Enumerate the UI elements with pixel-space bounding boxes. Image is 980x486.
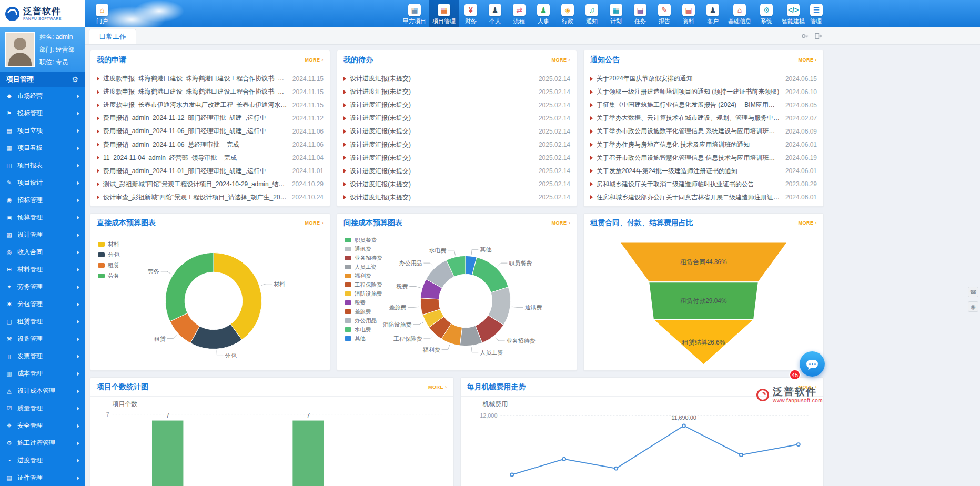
- legend-item[interactable]: 办公用品: [345, 316, 382, 325]
- notification-badge[interactable]: 45: [789, 369, 801, 380]
- legend-item[interactable]: 福利费: [345, 271, 382, 280]
- topnav-item[interactable]: ▤ 资料: [676, 0, 701, 27]
- legend-item[interactable]: 劳务: [98, 270, 119, 281]
- legend-item[interactable]: 差旅费: [345, 307, 382, 316]
- list-item[interactable]: 费用报销_admin_2024-11-12_部门经理审批_胡建_,运行中 202…: [97, 112, 324, 125]
- legend-item[interactable]: 税费: [345, 298, 382, 307]
- gear-icon[interactable]: ⚙: [72, 75, 78, 84]
- topnav-item[interactable]: ▤ 任务: [628, 0, 652, 27]
- list-item[interactable]: 进度款申报_长春市伊通河水力发电厂改建工程_长春市伊通河水力发电... 2024…: [97, 98, 324, 112]
- topnav-item-portal[interactable]: ⌂ 门户: [90, 0, 114, 27]
- topnav-item[interactable]: ⌂ 基础信息: [725, 0, 754, 27]
- legend-item[interactable]: 工程保险费: [345, 280, 382, 289]
- list-item[interactable]: 关于领取一级注册建造师培训项目的通知 (须持一建证书前来领取) 2024.06.…: [590, 85, 817, 98]
- topnav-item[interactable]: </> 智能建模: [779, 0, 808, 27]
- topnav-item[interactable]: ✎ 报告: [652, 0, 676, 27]
- more-button[interactable]: MORE›: [305, 57, 324, 63]
- key-icon[interactable]: [801, 32, 809, 40]
- sidebar-menu-item[interactable]: ▦ 项目看板: [0, 139, 85, 157]
- sidebar-menu-item[interactable]: ▢ 租赁管理: [0, 313, 85, 330]
- topnav-item[interactable]: ♟ 人事: [531, 0, 555, 27]
- topnav-item[interactable]: ¥ 财务: [459, 0, 483, 27]
- topnav-item[interactable]: ▦ 甲方项目: [400, 0, 429, 27]
- sidebar-menu-item[interactable]: ▨ 设计管理: [0, 226, 85, 244]
- list-item[interactable]: 设计进度汇报(未提交) 2025.02.14: [343, 125, 570, 138]
- legend-item[interactable]: 人员工资: [345, 262, 382, 271]
- legend-item[interactable]: 职员餐费: [345, 236, 382, 245]
- sidebar-menu-item[interactable]: ◬ 设计成本管理: [0, 382, 85, 400]
- legend-item[interactable]: 其他: [345, 334, 382, 343]
- topnav-item[interactable]: ▦ 项目管理: [429, 0, 459, 27]
- topnav-item[interactable]: ♫ 通知: [580, 0, 604, 27]
- topnav-item[interactable]: ♟ 个人: [483, 0, 507, 27]
- sidebar-menu-item[interactable]: ❖ 安全管理: [0, 417, 85, 434]
- legend-item[interactable]: 分包: [98, 249, 119, 260]
- sidebar-menu-item[interactable]: ▯ 发票管理: [0, 348, 85, 365]
- list-item[interactable]: 设计进度汇报(未提交) 2025.02.14: [343, 138, 570, 151]
- fullscreen-exit-icon[interactable]: [814, 32, 822, 40]
- sidebar-menu-item[interactable]: ⊞ 材料管理: [0, 261, 85, 278]
- list-item[interactable]: 设计进度汇报(未提交) 2025.02.14: [343, 151, 570, 165]
- sidebar-menu-item[interactable]: ◆ 市场经营: [0, 87, 85, 105]
- topnav-item[interactable]: ⇄ 流程: [507, 0, 531, 27]
- sidebar-menu-item[interactable]: ✎ 项目设计: [0, 174, 85, 191]
- topnav-item[interactable]: ☰ 管理: [808, 0, 824, 27]
- sidebar-menu-item[interactable]: ✦ 劳务管理: [0, 278, 85, 296]
- list-item[interactable]: 关于召开市政公用设施智慧化管理信息 信息技术与应用培训班的通知 2024.06.…: [590, 151, 817, 165]
- list-item[interactable]: 费用报销_admin_2024-11-06_总经理审批__完成 2024.11.…: [97, 138, 324, 151]
- legend-item[interactable]: 业务招待费: [345, 254, 382, 262]
- sidebar-menu-item[interactable]: ◔ 进度管理: [0, 452, 85, 469]
- list-item[interactable]: 关于2024年国庆节放假安排的通知 2024.06.15: [590, 72, 817, 85]
- sidebar-menu-item[interactable]: ⚙ 施工过程管理: [0, 434, 85, 452]
- list-item[interactable]: 关于举办大数据、云计算技术在城市建设、规划、管理与服务中的应用培训班... 20…: [590, 112, 817, 125]
- list-item[interactable]: 关于发放2024年第24批一级建造师注册证书的通知 2024.06.01: [590, 165, 817, 178]
- sidebar-menu-item[interactable]: ◫ 项目报表: [0, 157, 85, 174]
- legend-item[interactable]: 消防设施费: [345, 289, 382, 298]
- list-item[interactable]: 设计进度汇报(未提交) 2025.02.14: [343, 98, 570, 112]
- legend-item[interactable]: 材料: [98, 239, 119, 249]
- sidebar-menu-item[interactable]: ◎ 收入合同: [0, 244, 85, 261]
- list-item[interactable]: 设计进度汇报(未提交) 2025.02.14: [343, 165, 570, 178]
- list-item[interactable]: 关于举办住房与房地产信息化 技术及应用培训班的通知 2024.06.01: [590, 138, 817, 151]
- list-item[interactable]: 进度款申报_珠海鹤港口建设_珠海鹤港口建设工程合作协议书_admin_... 2…: [97, 85, 324, 98]
- legend-item[interactable]: 通讯费: [345, 245, 382, 254]
- list-item[interactable]: 设计进度汇报(未提交) 2025.02.14: [343, 112, 570, 125]
- list-item[interactable]: 关于举办市政公用设施数字化管理信息 系统建设与应用培训班的通知 2024.06.…: [590, 125, 817, 138]
- more-button[interactable]: MORE›: [428, 384, 447, 390]
- list-item[interactable]: 设计进度汇报(未提交) 2025.02.14: [343, 178, 570, 191]
- legend-item[interactable]: 租赁: [98, 260, 119, 270]
- list-item[interactable]: 进度款申报_珠海鹤港口建设_珠海鹤港口建设工程合作协议书_admin_... 2…: [97, 72, 324, 85]
- floating-widget-icon[interactable]: ◉: [968, 301, 978, 312]
- sidebar-menu-item[interactable]: ▤ 项目立项: [0, 122, 85, 139]
- topnav-item[interactable]: ♟ 客户: [701, 0, 725, 27]
- list-item[interactable]: 设计审查_彭祖新城"四馆"景观工程设计项目_请选择_胡广生_2024-10-2.…: [97, 191, 324, 204]
- tab-daily-work[interactable]: 日常工作: [89, 29, 136, 44]
- more-button[interactable]: MORE›: [799, 57, 817, 63]
- avatar[interactable]: [5, 32, 35, 67]
- list-item[interactable]: 费用报销_admin_2024-11-06_部门经理审批_胡建_,运行中 202…: [97, 125, 324, 138]
- more-button[interactable]: MORE›: [305, 220, 324, 226]
- list-item[interactable]: 测试_彭祖新城"四馆"景观工程设计项目_2024-10-29_admin_结束_…: [97, 178, 324, 191]
- floating-widget-icon[interactable]: ☎: [968, 287, 978, 297]
- sidebar-menu-item[interactable]: ☑ 质量管理: [0, 400, 85, 417]
- list-item[interactable]: 于征集《中国建筑施工行业信息化发展报告 (2024) —BIM应用与发展》材料.…: [590, 98, 817, 112]
- list-item[interactable]: 房和城乡建设厅关于取消二级建造师临时执业证书的公告 2023.08.29: [590, 178, 817, 191]
- legend-item[interactable]: 水电费: [345, 325, 382, 334]
- topnav-item[interactable]: ⚙ 系统: [754, 0, 779, 27]
- chat-button[interactable]: [800, 351, 825, 377]
- list-item[interactable]: 设计进度汇报(未提交) 2025.02.14: [343, 72, 570, 85]
- more-button[interactable]: MORE›: [552, 220, 571, 226]
- list-item[interactable]: 设计进度汇报(未提交) 2025.02.14: [343, 191, 570, 204]
- sidebar-menu-item[interactable]: ⚑ 投标管理: [0, 105, 85, 122]
- sidebar-menu-item[interactable]: ▤ 证件管理: [0, 469, 85, 486]
- topnav-item[interactable]: ◈ 行政: [555, 0, 580, 27]
- sidebar-menu-item[interactable]: ✱ 分包管理: [0, 296, 85, 313]
- topnav-item[interactable]: ▦ 计划: [604, 0, 628, 27]
- list-item[interactable]: 住房和城乡建设部办公厅关于同意吉林省开展二级建造师注册证书电子化试点... 20…: [590, 191, 817, 204]
- list-item[interactable]: 11_2024-11-04_admin_经营部_领导审批__完成 2024.11…: [97, 151, 324, 165]
- sidebar-menu-item[interactable]: ▣ 预算管理: [0, 209, 85, 226]
- more-button[interactable]: MORE›: [552, 57, 571, 63]
- list-item[interactable]: 费用报销_admin_2024-11-01_部门经理审批_胡建_,运行中 202…: [97, 165, 324, 178]
- sidebar-menu-item[interactable]: ⚒ 设备管理: [0, 330, 85, 348]
- more-button[interactable]: MORE›: [799, 220, 817, 226]
